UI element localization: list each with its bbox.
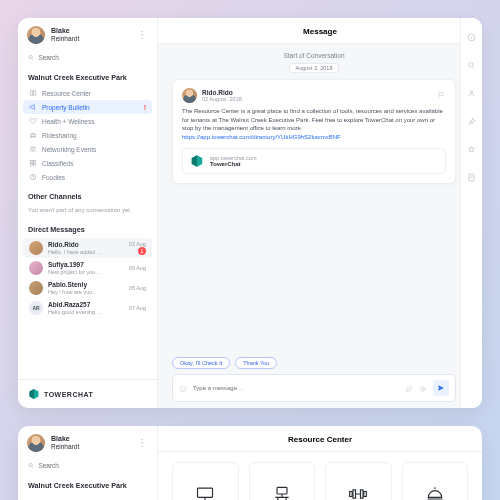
tile-office-space[interactable]: Office Space bbox=[249, 462, 316, 500]
link-preview-icon bbox=[190, 154, 204, 168]
date-chip: August 2, 2018 bbox=[289, 63, 338, 73]
sidebar: Blake Reinhardt ⋮ Walnut Creek Executive… bbox=[18, 426, 158, 500]
channel-networking[interactable]: Networking Events bbox=[23, 142, 152, 156]
people-icon bbox=[29, 145, 37, 153]
other-channels-empty: You aren't part of any conversation yet bbox=[18, 205, 157, 217]
dm-badge: 1 bbox=[138, 247, 146, 255]
message-composer[interactable] bbox=[172, 374, 456, 402]
svg-line-20 bbox=[473, 67, 475, 69]
dm-title: Direct Messages bbox=[18, 217, 157, 238]
dm-avatar bbox=[29, 281, 43, 295]
svg-rect-30 bbox=[364, 491, 367, 496]
message-body: The Resource Center is a great place to … bbox=[182, 107, 446, 142]
search-icon bbox=[28, 462, 34, 469]
sidebar-search[interactable] bbox=[18, 458, 157, 473]
svg-line-1 bbox=[32, 58, 33, 59]
rail-search-icon[interactable] bbox=[467, 56, 476, 74]
workspace-title: Walnut Creek Executive Park bbox=[18, 65, 157, 86]
main-panel: Message Start of Conversation August 2, … bbox=[158, 18, 482, 408]
right-rail bbox=[460, 18, 482, 408]
alert-badge: ! bbox=[144, 104, 146, 111]
rail-members-icon[interactable] bbox=[467, 84, 476, 102]
dm-preview: Hey ! how are you… bbox=[48, 289, 98, 295]
user-last-name: Reinhardt bbox=[51, 35, 79, 42]
send-button[interactable] bbox=[433, 380, 449, 396]
dm-name: Abid.Raza257 bbox=[48, 301, 102, 308]
channel-resource-center[interactable]: Resource Center bbox=[23, 86, 152, 100]
dm-date: 07 Aug bbox=[129, 305, 146, 311]
channel-property-bulletin[interactable]: Property Bulletin ! bbox=[23, 100, 152, 114]
svg-point-4 bbox=[34, 137, 35, 138]
dm-avatar bbox=[29, 261, 43, 275]
dm-item[interactable]: Sufiya.1997New project for you… 05 Aug bbox=[23, 258, 152, 278]
search-input[interactable] bbox=[38, 462, 147, 469]
car-icon bbox=[29, 131, 37, 139]
dumbbell-icon bbox=[348, 484, 368, 501]
suggestion-chip[interactable]: Okay, I'll Check It bbox=[172, 357, 230, 369]
channel-label: Property Bulletin bbox=[42, 104, 90, 111]
rail-star-icon[interactable] bbox=[467, 140, 476, 158]
current-user[interactable]: Blake Reinhardt ⋮ bbox=[18, 18, 157, 50]
dm-date: 05 Aug bbox=[129, 265, 146, 271]
message-author: Rido.Rido bbox=[202, 89, 242, 96]
svg-rect-32 bbox=[361, 489, 364, 497]
brand: TOWERCHAT bbox=[18, 379, 157, 408]
conversation-start-label: Start of Conversation bbox=[172, 52, 456, 59]
dm-preview: Hello good evening … bbox=[48, 309, 102, 315]
dm-item[interactable]: AR Abid.Raza257Hello good evening … 07 A… bbox=[23, 298, 152, 318]
svg-point-25 bbox=[29, 463, 32, 466]
dm-name: Rido.Rido bbox=[48, 241, 102, 248]
channel-foodies[interactable]: Foodies bbox=[23, 170, 152, 184]
desk-icon bbox=[272, 484, 292, 501]
user-avatar bbox=[27, 26, 45, 44]
attach-icon[interactable] bbox=[405, 379, 413, 397]
sidebar-search[interactable] bbox=[18, 50, 157, 65]
dm-name: Pablo.Stenly bbox=[48, 281, 98, 288]
main-header: Message bbox=[158, 18, 482, 44]
svg-rect-31 bbox=[353, 489, 356, 497]
sidebar: Blake Reinhardt ⋮ Walnut Creek Executive… bbox=[18, 18, 158, 408]
svg-rect-7 bbox=[30, 160, 32, 162]
food-icon bbox=[29, 173, 37, 181]
heart-icon bbox=[29, 117, 37, 125]
emoji-icon[interactable] bbox=[179, 379, 187, 397]
brand-name: TOWERCHAT bbox=[44, 391, 93, 398]
search-input[interactable] bbox=[38, 54, 147, 61]
link-preview[interactable]: app.towerchat.com TowerChat bbox=[182, 148, 446, 174]
suggestion-chip[interactable]: Thank You bbox=[235, 357, 277, 369]
user-first-name: Blake bbox=[51, 435, 79, 443]
channel-health-wellness[interactable]: Health + Wellness bbox=[23, 114, 152, 128]
message-link[interactable]: https://app.towerchat.com/directory/YUkH… bbox=[182, 134, 341, 140]
dm-avatar: AR bbox=[29, 301, 43, 315]
tile-food-services[interactable]: Food Services bbox=[402, 462, 469, 500]
dm-preview: Hello. I have added … bbox=[48, 249, 102, 255]
rail-pin-icon[interactable] bbox=[467, 112, 476, 130]
channel-label: Resource Center bbox=[42, 90, 91, 97]
user-avatar bbox=[27, 434, 45, 452]
dm-item[interactable]: Rido.RidoHello. I have added … 02 Aug1 bbox=[23, 238, 152, 258]
tile-conference-room[interactable]: Conference Room bbox=[172, 462, 239, 500]
channel-label: Ridesharing bbox=[42, 132, 77, 139]
dm-item[interactable]: Pablo.StenlyHey ! how are you… 05 Aug bbox=[23, 278, 152, 298]
svg-point-3 bbox=[31, 137, 32, 138]
flag-icon[interactable] bbox=[437, 91, 446, 101]
rail-files-icon[interactable] bbox=[467, 168, 476, 186]
composer-input[interactable] bbox=[193, 385, 399, 391]
message-card: Rido.Rido 02 August, 2018 The Resource C… bbox=[172, 79, 456, 184]
mention-icon[interactable] bbox=[419, 379, 427, 397]
channel-classifieds[interactable]: Classifieds bbox=[23, 156, 152, 170]
svg-rect-2 bbox=[30, 135, 35, 137]
svg-point-12 bbox=[180, 386, 186, 392]
message-avatar bbox=[182, 88, 197, 103]
svg-rect-10 bbox=[34, 164, 36, 166]
other-channels-title: Other Channels bbox=[18, 184, 157, 205]
svg-point-15 bbox=[422, 388, 424, 390]
page-title: Resource Center bbox=[288, 435, 352, 444]
rail-info-icon[interactable] bbox=[467, 28, 476, 46]
svg-line-26 bbox=[32, 466, 33, 467]
search-icon bbox=[28, 54, 34, 61]
channel-ridesharing[interactable]: Ridesharing bbox=[23, 128, 152, 142]
dm-list: Rido.RidoHello. I have added … 02 Aug1 S… bbox=[18, 238, 157, 318]
tile-health-wellness[interactable]: Health & Wellness bbox=[325, 462, 392, 500]
current-user[interactable]: Blake Reinhardt ⋮ bbox=[18, 426, 157, 458]
